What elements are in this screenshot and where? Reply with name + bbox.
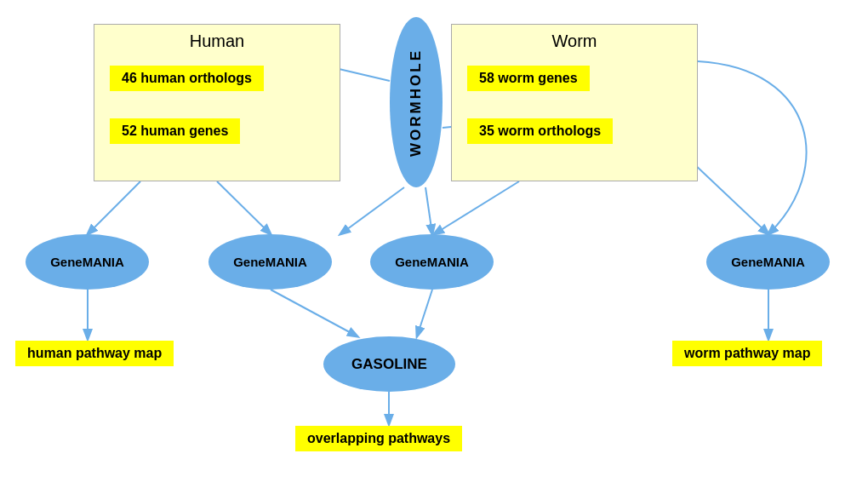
worm-genes-btn[interactable]: 58 worm genes	[467, 66, 590, 91]
genemania-1[interactable]: GeneMANIA	[26, 234, 149, 290]
human-genes-btn[interactable]: 52 human genes	[110, 118, 240, 144]
human-pathway-map: human pathway map	[15, 341, 174, 366]
genemania-3[interactable]: GeneMANIA	[370, 234, 494, 290]
gasoline[interactable]: GASOLINE	[323, 336, 455, 392]
genemania-4[interactable]: GeneMANIA	[706, 234, 830, 290]
worm-pathway-map: worm pathway map	[672, 341, 822, 366]
genemania-2[interactable]: GeneMANIA	[208, 234, 332, 290]
worm-orthologs-btn[interactable]: 35 worm orthologs	[467, 118, 613, 144]
svg-line-9	[271, 290, 357, 336]
worm-label: Worm	[452, 32, 697, 51]
human-box: Human 46 human orthologs 52 human genes	[94, 24, 340, 181]
svg-line-3	[425, 187, 432, 234]
diagram: Human 46 human orthologs 52 human genes …	[0, 0, 868, 488]
svg-line-1	[217, 181, 271, 234]
wormhole: WORMHOLE	[390, 17, 443, 187]
svg-line-10	[417, 290, 432, 336]
svg-line-4	[434, 181, 519, 234]
human-label: Human	[94, 32, 340, 51]
svg-line-2	[340, 187, 404, 234]
wormhole-text: WORMHOLE	[408, 49, 425, 157]
human-orthologs-btn[interactable]: 46 human orthologs	[110, 66, 264, 91]
svg-line-0	[88, 181, 140, 234]
overlapping-pathways: overlapping pathways	[295, 426, 462, 451]
worm-box: Worm 58 worm genes 35 worm orthologs	[451, 24, 698, 181]
